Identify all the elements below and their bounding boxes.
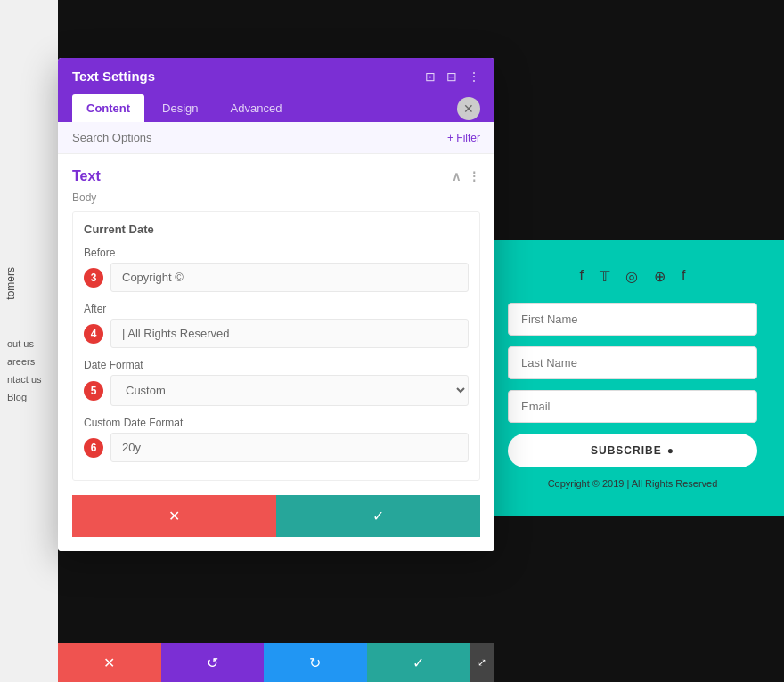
email-input[interactable] xyxy=(508,390,757,423)
toolbar-undo-button[interactable]: ↺ xyxy=(161,643,265,682)
custom-date-format-row: 6 xyxy=(84,433,469,462)
date-format-label: Date Format xyxy=(84,359,469,371)
expand-icon: ⤢ xyxy=(478,656,486,669)
date-format-group: Date Format 5 Custom Default MM/DD/YYYY … xyxy=(84,359,469,406)
badge-4: 4 xyxy=(84,324,103,344)
toolbar-expand-button[interactable]: ⤢ xyxy=(470,643,494,682)
custom-date-format-input[interactable] xyxy=(110,433,469,462)
cancel-button[interactable]: ✕ xyxy=(72,495,276,537)
before-row: 3 xyxy=(84,263,469,292)
social-icons-row: f 𝕋 ◎ ⊕ f xyxy=(580,268,686,285)
toolbar-confirm-button[interactable]: ✓ xyxy=(367,643,470,682)
before-input[interactable] xyxy=(110,263,469,292)
fullscreen-icon[interactable]: ⊡ xyxy=(425,69,436,84)
sidebar-links: out us areers ntact us Blog xyxy=(7,338,42,402)
after-label: After xyxy=(84,303,469,315)
last-name-input[interactable] xyxy=(508,346,757,379)
toolbar-redo-icon: ↻ xyxy=(309,654,321,671)
custom-date-format-label: Custom Date Format xyxy=(84,417,469,429)
toolbar-cancel-icon: ✕ xyxy=(103,654,115,671)
modal-header-icons: ⊡ ⊟ ⋮ xyxy=(425,69,480,84)
subscribe-button[interactable]: SUBSCRIBE ● xyxy=(508,434,757,467)
badge-3: 3 xyxy=(84,268,103,288)
before-field-group: Before 3 xyxy=(84,247,469,292)
modal-header: Text Settings ⊡ ⊟ ⋮ xyxy=(58,58,494,94)
filter-label: + Filter xyxy=(447,132,480,144)
after-row: 4 xyxy=(84,319,469,348)
columns-icon[interactable]: ⊟ xyxy=(446,69,457,84)
section-title-text: Text xyxy=(72,168,101,184)
text-settings-modal: Text Settings ⊡ ⊟ ⋮ Content Design Advan… xyxy=(58,58,494,551)
sidebar-link-3[interactable]: ntact us xyxy=(7,374,42,385)
subscribe-icon: ● xyxy=(667,444,674,457)
twitter-icon[interactable]: 𝕋 xyxy=(600,268,609,285)
search-bar: + Filter xyxy=(58,122,494,154)
action-buttons: ✕ ✓ xyxy=(72,495,480,537)
facebook-icon[interactable]: f xyxy=(580,268,584,285)
filter-button[interactable]: + Filter xyxy=(447,132,480,144)
custom-date-format-group: Custom Date Format 6 xyxy=(84,417,469,462)
more-options-icon[interactable]: ⋮ xyxy=(468,69,480,84)
date-format-select[interactable]: Custom Default MM/DD/YYYY DD/MM/YYYY xyxy=(110,375,469,406)
current-date-box: Current Date Before 3 After 4 Date Form xyxy=(72,211,480,481)
tab-advanced[interactable]: Advanced xyxy=(216,94,297,122)
tab-bar: Content Design Advanced ✕ xyxy=(58,94,494,122)
badge-6: 6 xyxy=(84,438,103,458)
search-input[interactable] xyxy=(72,131,447,144)
sidebar-link-4[interactable]: Blog xyxy=(7,392,42,402)
section-more-icon[interactable]: ⋮ xyxy=(468,169,480,183)
badge-5: 5 xyxy=(84,381,103,401)
before-label: Before xyxy=(84,247,469,259)
current-date-title: Current Date xyxy=(84,223,469,236)
section-title-icons: ∧ ⋮ xyxy=(452,169,480,183)
sidebar-title: tomers xyxy=(4,267,17,300)
modal-body: Text ∧ ⋮ Body Current Date Before 3 Afte… xyxy=(58,154,494,551)
toolbar-redo-button[interactable]: ↻ xyxy=(264,643,367,682)
sidebar-link-2[interactable]: areers xyxy=(7,356,42,367)
instagram-icon[interactable]: ◎ xyxy=(625,268,638,285)
dribbble-icon[interactable]: ⊕ xyxy=(654,268,666,285)
toolbar-undo-icon: ↺ xyxy=(207,654,218,671)
teal-section: f 𝕋 ◎ ⊕ f SUBSCRIBE ● Copyright © 2019 |… xyxy=(481,240,784,516)
after-input[interactable] xyxy=(110,319,469,348)
close-button[interactable]: ✕ xyxy=(457,97,480,120)
collapse-icon[interactable]: ∧ xyxy=(452,169,461,183)
sidebar-link-1[interactable]: out us xyxy=(7,338,42,349)
copyright-text: Copyright © 2019 | All Rights Reserved xyxy=(548,478,718,489)
tab-design[interactable]: Design xyxy=(148,94,212,122)
facebook2-icon[interactable]: f xyxy=(682,268,685,285)
date-format-row: 5 Custom Default MM/DD/YYYY DD/MM/YYYY xyxy=(84,375,469,406)
body-label: Body xyxy=(72,191,480,204)
subscribe-label: SUBSCRIBE xyxy=(591,444,662,457)
modal-title: Text Settings xyxy=(72,69,155,84)
confirm-button[interactable]: ✓ xyxy=(276,495,480,537)
toolbar-cancel-button[interactable]: ✕ xyxy=(58,643,161,682)
bottom-toolbar: ✕ ↺ ↻ ✓ ⤢ xyxy=(58,643,494,682)
first-name-input[interactable] xyxy=(508,303,757,336)
toolbar-confirm-icon: ✓ xyxy=(412,654,424,671)
sidebar: tomers out us areers ntact us Blog xyxy=(0,0,58,682)
tab-content[interactable]: Content xyxy=(72,94,144,122)
section-title-row: Text ∧ ⋮ xyxy=(72,168,480,184)
after-field-group: After 4 xyxy=(84,303,469,348)
